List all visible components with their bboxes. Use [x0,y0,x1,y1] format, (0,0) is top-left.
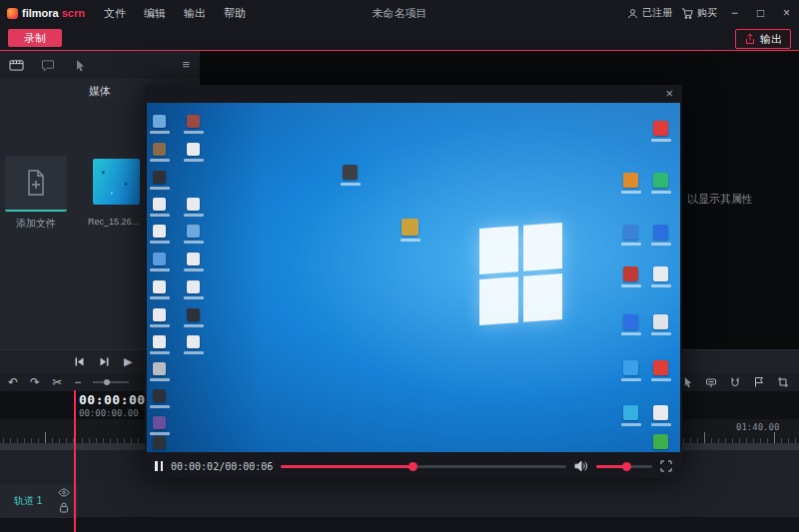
tab-cursor-icon[interactable] [64,59,96,72]
export-button[interactable]: 输出 [735,29,791,49]
app-logo: filmorascrn [7,7,85,19]
source-tabs: ≡ [0,51,200,79]
timeline-bottom-strip [0,517,799,532]
panel-menu-icon[interactable]: ≡ [182,51,190,79]
undo-icon[interactable]: ↶ [8,375,18,389]
crop-icon[interactable] [777,376,789,388]
progress-fill [281,465,411,468]
desktop-icon [623,225,638,240]
lock-icon [59,502,69,513]
desktop-icon [343,165,358,180]
next-frame-icon[interactable] [99,356,110,367]
desktop-icon [623,266,638,281]
desktop-icon [653,121,668,136]
desktop-icon [187,308,200,321]
track-label: 轨道 1 [14,494,42,508]
logo-text-scrn: scrn [62,7,85,19]
desktop-icon [623,360,638,375]
desktop-icon [153,253,166,266]
track-visibility-toggle[interactable] [58,488,70,497]
desktop-icon [623,314,638,329]
desktop-icon [187,280,200,293]
volume-knob[interactable] [622,462,631,471]
desktop-icon [653,405,668,420]
razor-tool-icon[interactable] [705,376,717,388]
account-registered[interactable]: 已注册 [627,6,672,20]
registered-label: 已注册 [642,6,672,20]
properties-hint: 以显示其属性 [687,192,753,207]
desktop-icon [187,198,200,211]
progress-bar[interactable] [281,465,566,468]
volume-icon[interactable] [574,460,588,472]
person-icon [627,8,638,19]
prev-frame-icon[interactable] [74,356,85,367]
ruler-label: 01:40.00 [736,422,779,432]
magnet-icon[interactable] [729,376,741,388]
logo-text: filmora [22,7,59,19]
scissors-icon[interactable]: ✂ [52,375,62,389]
desktop-icon [153,335,166,348]
eye-icon [58,488,70,497]
desktop-icon [153,362,166,375]
zoom-out-icon[interactable]: − [74,375,81,389]
track-lock-toggle[interactable] [59,502,69,513]
menu-edit[interactable]: 编辑 [135,0,175,26]
video-frame [147,103,680,452]
media-clip-name: Rec_15.26... [88,217,146,227]
buy-button[interactable]: 购买 [681,6,717,20]
playback-controls: 00:00:02/00:00:06 [145,454,682,478]
desktop-icon [153,280,166,293]
desktop-icon [623,173,638,188]
redo-icon[interactable]: ↷ [30,375,40,389]
desktop-icon [187,253,200,266]
desktop-icon [153,198,166,211]
desktop-icon [153,389,166,402]
record-button[interactable]: 录制 [8,29,62,47]
maximize-button[interactable]: □ [752,0,769,26]
titlebar: filmorascrn 文件 编辑 输出 帮助 未命名项目 已注册 购买 − □… [0,0,799,26]
desktop-icon [653,360,668,375]
pause-button[interactable] [155,461,163,471]
progress-knob[interactable] [408,462,417,471]
minimize-button[interactable]: − [726,0,743,26]
logo-icon [7,8,18,19]
preview-window: × 00:00:02/00:00:06 [145,85,682,478]
tab-annotation-icon[interactable] [32,59,64,72]
volume-slider[interactable] [596,465,652,468]
marker-icon[interactable] [753,376,765,388]
export-icon [744,33,756,45]
desktop-icon [653,314,668,329]
export-label: 输出 [760,32,782,47]
add-file-tile[interactable] [5,156,67,212]
playback-time: 00:00:02/00:00:06 [171,461,273,472]
menu-help[interactable]: 帮助 [215,0,255,26]
zoom-slider[interactable] [93,381,129,383]
add-file-label: 添加文件 [5,217,67,231]
close-icon[interactable]: × [665,85,673,103]
close-button[interactable]: × [778,0,795,26]
tab-media-icon[interactable] [0,59,32,72]
desktop-icon [153,115,166,128]
filmora-scrn-window: filmorascrn 文件 编辑 输出 帮助 未命名项目 已注册 购买 − □… [0,0,799,532]
play-icon[interactable]: ▶ [124,356,132,367]
media-clip-thumbnail[interactable] [93,159,140,205]
menubar: 文件 编辑 输出 帮助 [95,0,255,26]
zoom-slider-knob[interactable] [104,379,110,385]
desktop-icon [153,308,166,321]
desktop-icon [187,225,200,238]
select-tool-icon[interactable] [683,376,693,388]
fullscreen-icon[interactable] [660,460,672,472]
desktop-icon [653,434,668,449]
desktop-icon [653,173,668,188]
menu-file[interactable]: 文件 [95,0,135,26]
cart-icon [681,8,693,19]
desktop-icon [623,405,638,420]
desktop-icon [153,416,166,429]
desktop-icon [153,225,166,238]
desktop-icon [653,225,668,240]
playhead[interactable] [74,390,76,532]
menu-export[interactable]: 输出 [175,0,215,26]
desktop-icon [153,143,166,156]
desktop-icon [153,171,166,184]
desktop-icon [401,219,418,236]
